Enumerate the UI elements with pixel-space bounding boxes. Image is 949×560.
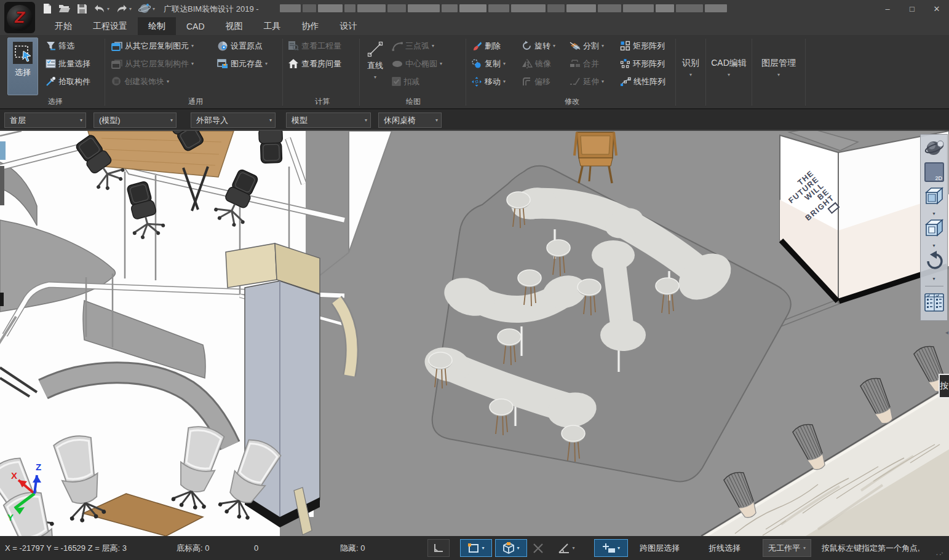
ribbon: 选择 筛选 批量选择 拾取构件 选择 — [0, 35, 949, 109]
undo-icon[interactable]: ▾ — [93, 4, 109, 13]
recognize-button[interactable]: 识别▾ — [676, 35, 705, 108]
ribbon-group-calculate: 查看工程量 查看房间量 计算 — [283, 35, 359, 108]
copy-from-other-layer-component-button[interactable]: 从其它层复制构件▾ — [109, 55, 215, 72]
tab-home[interactable]: 开始 — [44, 17, 82, 35]
split-button[interactable]: 分割▾ — [567, 37, 617, 54]
three-point-arc-button[interactable]: 三点弧▾ — [389, 37, 445, 54]
save-icon[interactable] — [77, 4, 87, 14]
eyedropper-icon — [46, 76, 56, 87]
cross-layer-select-button[interactable]: 跨图层选择 — [640, 536, 680, 560]
source-select[interactable]: 外部导入▾ — [191, 112, 276, 128]
extend-button[interactable]: 延伸▾ — [567, 73, 617, 90]
ring-array-button[interactable]: 环形阵列 — [617, 55, 668, 72]
view-iso-dropdown-icon[interactable]: ▾ — [932, 243, 935, 248]
origin-icon — [217, 41, 228, 52]
tab-design[interactable]: 设计 — [330, 17, 368, 35]
rotate-view-dropdown-icon[interactable]: ▾ — [932, 277, 935, 282]
offset-icon — [522, 77, 532, 87]
command-prompt: 按鼠标左键指定第一个角点, — [822, 536, 920, 560]
app-logo-icon[interactable]: Z — [4, 2, 35, 33]
copy-button[interactable]: 复制▾ — [469, 55, 519, 72]
copy-layer-component-icon — [111, 59, 122, 69]
center-ellipse-button[interactable]: 中心椭圆▾ — [389, 55, 445, 72]
display-settings-icon[interactable] — [923, 291, 945, 315]
deduction-checkbox[interactable]: 扣减 — [389, 73, 445, 90]
brush-delete-icon — [471, 41, 482, 51]
rotate-icon — [522, 41, 532, 51]
view-cube-dropdown-icon[interactable]: ▾ — [932, 211, 935, 216]
rotate-button[interactable]: 旋转▾ — [519, 37, 567, 54]
view-cube-toggle[interactable]: ▾ — [495, 539, 527, 557]
tab-project-settings[interactable]: 工程设置 — [82, 17, 138, 35]
context-combo-bar: 首层▾ (模型)▾ 外部导入▾ 模型▾ 休闲桌椅▾ — [0, 109, 949, 131]
copy-icon — [471, 59, 482, 69]
new-file-icon[interactable] — [42, 3, 52, 14]
view-cube-front-icon[interactable] — [923, 186, 945, 210]
ortho-toggle[interactable]: ▾ — [460, 539, 492, 557]
filter-select-button[interactable]: 筛选 — [43, 37, 93, 54]
view-cube-iso-icon[interactable] — [923, 218, 945, 242]
close-button[interactable]: ✕ — [924, 0, 949, 17]
ring-array-icon — [620, 58, 630, 69]
viewport-3d[interactable]: X Y Z — [0, 131, 949, 536]
view-toolbar: 2D ▾ ▾ ▾ — [920, 134, 948, 321]
svg-text:Z: Z — [36, 462, 41, 472]
extend-icon — [570, 77, 581, 86]
view-room-quantities-button[interactable]: 查看房间量 — [285, 55, 344, 72]
tab-tools[interactable]: 工具 — [253, 17, 292, 35]
angle-snap-toggle[interactable]: ▾ — [551, 539, 582, 557]
offset-button[interactable]: 偏移 — [519, 73, 567, 90]
mirror-icon — [522, 59, 533, 69]
tab-cad[interactable]: CAD — [176, 17, 215, 35]
ucs-icon — [433, 543, 444, 553]
model-select[interactable]: (模型)▾ — [93, 112, 177, 128]
polyline-select-button[interactable]: 折线选择 — [709, 536, 741, 560]
resize-grip[interactable]: ⢀⡠ — [934, 548, 944, 555]
floor-select[interactable]: 首层▾ — [4, 112, 86, 128]
orbit-icon[interactable] — [924, 138, 945, 160]
view-quantities-button[interactable]: 查看工程量 — [285, 37, 344, 54]
line-icon — [367, 41, 383, 57]
workplane-dropdown[interactable]: 无工作平▾ — [763, 536, 811, 560]
merge-button[interactable]: 合并 — [567, 55, 617, 72]
copy-from-other-layer-element-button[interactable]: 从其它层复制图元▾ — [109, 37, 215, 54]
create-decorative-block-button[interactable]: 创建装饰块▾ — [109, 73, 215, 90]
snap-cross-toggle[interactable] — [529, 539, 547, 557]
menu-tab-row: 开始 工程设置 绘制 CAD 视图 工具 协作 设计 ?▾ — [0, 17, 949, 35]
component-select[interactable]: 休闲桌椅▾ — [378, 112, 442, 128]
type-select[interactable]: 模型▾ — [286, 112, 371, 128]
move-button[interactable]: 移动▾ — [469, 73, 519, 90]
rotate-view-icon[interactable] — [924, 250, 945, 275]
planet-icon[interactable]: ▾ — [138, 2, 155, 15]
linear-array-button[interactable]: 线性阵列 — [617, 73, 668, 90]
open-file-icon[interactable] — [58, 4, 71, 14]
cad-edit-button[interactable]: CAD编辑▾ — [706, 35, 752, 108]
rect-array-button[interactable]: 矩形阵列 — [617, 37, 668, 54]
tab-draw[interactable]: 绘制 — [138, 17, 176, 35]
pick-component-button[interactable]: 拾取构件 — [43, 73, 93, 90]
toolbar-collapse-icon[interactable]: ◂ — [945, 329, 948, 336]
dynamic-input-toggle[interactable]: ▾ — [594, 539, 628, 557]
minimize-button[interactable]: – — [875, 0, 900, 17]
line-button[interactable]: 直线 ▾ — [361, 37, 389, 95]
batch-select-button[interactable]: 批量选择 — [43, 55, 93, 72]
delete-button[interactable]: 删除 — [469, 37, 519, 54]
ellipse-icon — [392, 60, 403, 68]
layer-manage-button[interactable]: 图层管理▾ — [752, 35, 805, 108]
ucs-toggle[interactable] — [427, 539, 450, 557]
set-origin-button[interactable]: 设置原点 — [215, 37, 270, 54]
merge-icon — [570, 59, 581, 68]
cube-toggle-icon — [502, 542, 515, 554]
view-2d-icon[interactable]: 2D — [924, 162, 945, 184]
tab-collaborate[interactable]: 协作 — [292, 17, 330, 35]
tab-view[interactable]: 视图 — [215, 17, 253, 35]
maximize-button[interactable]: □ — [900, 0, 924, 17]
save-element-button[interactable]: 图元存盘▾ — [215, 55, 270, 72]
window-title: 广联达BIM装饰设计 2019 - — [164, 4, 259, 15]
select-button[interactable]: 选择 — [7, 37, 38, 95]
ribbon-group-modify: 删除 复制▾ 移动▾ 旋转▾ — [466, 35, 675, 108]
title-redacted-blur — [280, 4, 727, 12]
redo-icon[interactable]: ▾ — [116, 4, 132, 13]
mirror-button[interactable]: 镜像 — [519, 55, 567, 72]
rect-array-icon — [620, 41, 630, 51]
